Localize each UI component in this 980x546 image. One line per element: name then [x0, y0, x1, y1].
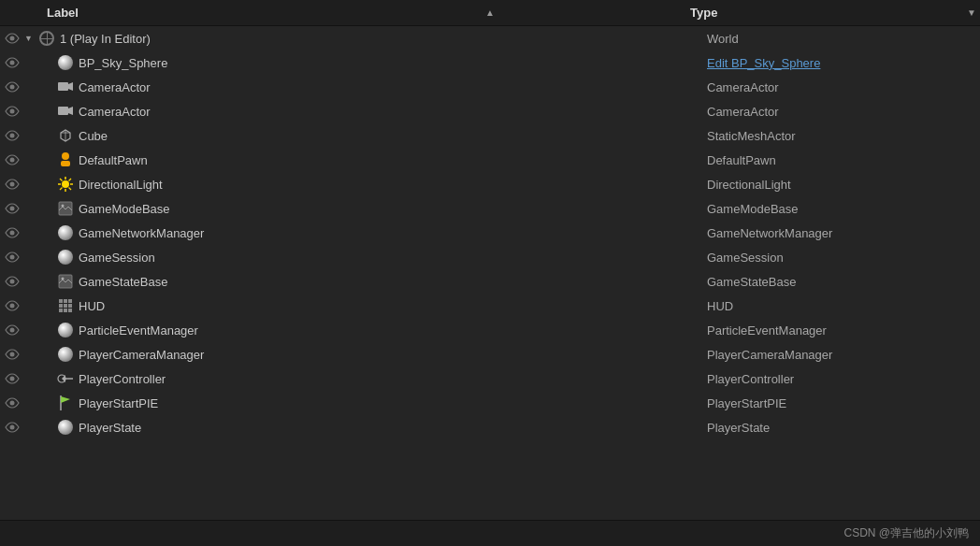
- list-item[interactable]: PlayerControllerPlayerController: [0, 366, 980, 391]
- list-item[interactable]: PlayerCameraManagerPlayerCameraManager: [0, 342, 980, 366]
- item-label: DefaultPawn: [79, 153, 699, 167]
- visibility-eye-icon[interactable]: [0, 179, 24, 190]
- list-item[interactable]: HUDHUD: [0, 294, 980, 318]
- item-label: GameModeBase: [79, 202, 699, 216]
- item-type-label: CameraActor: [699, 80, 980, 94]
- svg-line-22: [69, 188, 72, 191]
- visibility-eye-icon[interactable]: [0, 397, 24, 409]
- item-label: BP_Sky_Sphere: [79, 56, 699, 70]
- svg-point-44: [10, 352, 15, 357]
- item-label: GameStateBase: [79, 275, 699, 289]
- collapse-arrow-icon[interactable]: ▲: [485, 0, 495, 26]
- sphere-icon: [56, 53, 75, 72]
- list-item[interactable]: BP_Sky_SphereEdit BP_Sky_Sphere: [0, 50, 980, 75]
- visibility-eye-icon[interactable]: [0, 33, 24, 44]
- item-label: Cube: [79, 129, 699, 143]
- list-item[interactable]: DefaultPawnDefaultPawn: [0, 148, 980, 172]
- light-icon: [56, 175, 75, 194]
- item-label: GameNetworkManager: [79, 226, 699, 240]
- controller-icon: [56, 369, 75, 388]
- list-item[interactable]: GameModeBaseGameModeBase: [0, 196, 980, 221]
- type-column-header: Type: [683, 0, 963, 26]
- visibility-eye-icon[interactable]: [0, 130, 24, 141]
- item-type-label: GameModeBase: [699, 202, 980, 216]
- list-item[interactable]: ▼1 (Play In Editor)World: [0, 26, 980, 50]
- item-label: CameraActor: [79, 105, 699, 119]
- svg-rect-39: [68, 304, 72, 308]
- item-type-label: ParticleEventManager: [699, 323, 980, 338]
- item-type-label: PlayerController: [699, 372, 980, 386]
- visibility-eye-icon[interactable]: [0, 349, 24, 360]
- svg-rect-14: [61, 161, 70, 166]
- svg-rect-3: [58, 82, 68, 91]
- svg-point-16: [62, 180, 69, 188]
- svg-point-25: [10, 207, 15, 211]
- list-item[interactable]: CameraActorCameraActor: [0, 75, 980, 99]
- svg-point-30: [10, 280, 15, 284]
- item-type-label: GameStateBase: [699, 275, 980, 289]
- list-item[interactable]: PlayerStatePlayerState: [0, 415, 980, 439]
- visibility-eye-icon[interactable]: [0, 324, 24, 336]
- list-item[interactable]: CameraActorCameraActor: [0, 99, 980, 123]
- list-item[interactable]: GameNetworkManagerGameNetworkManager: [0, 221, 980, 245]
- svg-rect-40: [59, 309, 63, 312]
- camera-icon: [56, 78, 75, 96]
- visibility-eye-icon[interactable]: [0, 276, 24, 287]
- item-label: 1 (Play In Editor): [60, 32, 699, 46]
- svg-rect-42: [68, 309, 72, 312]
- svg-rect-36: [68, 299, 72, 303]
- item-label: ParticleEventManager: [79, 323, 699, 338]
- list-item[interactable]: CubeStaticMeshActor: [0, 123, 980, 148]
- watermark-text: CSDN @弹吉他的小刘鸭: [843, 525, 969, 541]
- svg-point-28: [10, 231, 15, 236]
- svg-point-43: [10, 328, 15, 333]
- image-box-icon: [56, 199, 75, 218]
- svg-point-33: [10, 304, 15, 309]
- outliner-panel: ▲ Label Type ▼ ▼1 (Play In Editor)WorldB…: [0, 0, 980, 546]
- grid-icon: [56, 296, 75, 315]
- svg-point-48: [10, 401, 15, 406]
- visibility-eye-icon[interactable]: [0, 203, 24, 214]
- item-label: GameSession: [79, 251, 699, 265]
- list-item[interactable]: DirectionalLightDirectionalLight: [0, 172, 980, 196]
- list-item[interactable]: PlayerStartPIEPlayerStartPIE: [0, 391, 980, 415]
- footer-bar: CSDN @弹吉他的小刘鸭: [0, 520, 980, 546]
- item-type-label[interactable]: Edit BP_Sky_Sphere: [699, 56, 980, 70]
- item-type-label: HUD: [699, 299, 980, 313]
- item-label: PlayerController: [79, 372, 699, 386]
- visibility-eye-icon[interactable]: [0, 373, 24, 384]
- item-type-label: PlayerStartPIE: [699, 396, 980, 410]
- visibility-eye-icon[interactable]: [0, 81, 24, 93]
- visibility-eye-icon[interactable]: [0, 154, 24, 165]
- item-type-label: DefaultPawn: [699, 153, 980, 167]
- list-item[interactable]: GameStateBaseGameStateBase: [0, 269, 980, 294]
- item-label: PlayerCameraManager: [79, 348, 699, 362]
- svg-marker-7: [68, 107, 73, 115]
- image-box-icon: [56, 272, 75, 291]
- visibility-eye-icon[interactable]: [0, 227, 24, 238]
- item-label: HUD: [79, 299, 699, 313]
- sphere-icon: [56, 321, 75, 339]
- pawn-icon: [56, 151, 75, 169]
- svg-rect-35: [64, 299, 67, 303]
- svg-point-29: [10, 255, 15, 260]
- scroll-down-arrow[interactable]: ▼: [963, 0, 980, 26]
- svg-rect-6: [58, 107, 68, 115]
- svg-point-13: [62, 152, 69, 160]
- list-item[interactable]: GameSessionGameSession: [0, 245, 980, 269]
- svg-rect-37: [59, 304, 63, 308]
- expand-arrow-icon[interactable]: ▼: [24, 34, 37, 43]
- visibility-eye-icon[interactable]: [0, 251, 24, 263]
- list-item[interactable]: ParticleEventManagerParticleEventManager: [0, 318, 980, 342]
- item-type-label: DirectionalLight: [699, 178, 980, 192]
- svg-line-21: [60, 179, 63, 181]
- svg-rect-34: [59, 299, 63, 303]
- header-row: ▲ Label Type ▼: [0, 0, 980, 26]
- svg-point-2: [10, 85, 15, 90]
- visibility-eye-icon[interactable]: [0, 57, 24, 68]
- visibility-eye-icon[interactable]: [0, 300, 24, 311]
- item-label: PlayerStartPIE: [79, 396, 699, 410]
- visibility-eye-icon[interactable]: [0, 106, 24, 117]
- sphere-icon: [56, 223, 75, 242]
- visibility-eye-icon[interactable]: [0, 422, 24, 433]
